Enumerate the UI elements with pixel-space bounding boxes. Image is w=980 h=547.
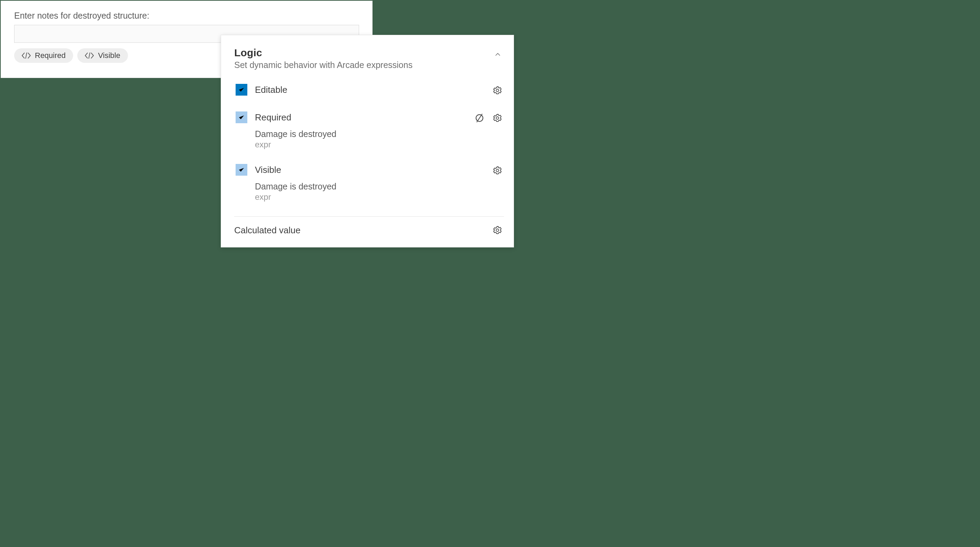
check-icon: [238, 86, 245, 94]
checkbox-required[interactable]: [235, 112, 247, 123]
code-icon: [85, 52, 94, 59]
chip-required[interactable]: Required: [14, 48, 73, 63]
check-icon: [238, 166, 245, 174]
logic-subtitle: Set dynamic behavior with Arcade express…: [234, 60, 492, 70]
divider: [234, 216, 504, 217]
logic-panel: Logic Set dynamic behavior with Arcade e…: [221, 35, 514, 247]
settings-button-required[interactable]: [491, 112, 504, 124]
chevron-up-icon: [494, 51, 501, 59]
gear-icon: [492, 165, 503, 175]
row-label: Editable: [255, 85, 491, 95]
null-icon: [474, 113, 485, 123]
gear-icon: [492, 113, 503, 123]
logic-title: Logic: [234, 47, 492, 59]
chip-label: Required: [35, 51, 65, 60]
gear-icon: [492, 225, 503, 235]
settings-button-visible[interactable]: [491, 164, 504, 177]
logic-row-required: Required Damage is destroyed expr: [234, 107, 504, 153]
chip-visible[interactable]: Visible: [77, 48, 127, 63]
code-icon: [22, 52, 31, 59]
row-label: Required: [255, 112, 473, 123]
logic-row-editable: Editable: [234, 80, 504, 101]
logic-row-visible: Visible Damage is destroyed expr: [234, 160, 504, 206]
expression-sub: expr: [255, 140, 473, 150]
expression-sub: expr: [255, 192, 491, 202]
collapse-button[interactable]: [492, 49, 504, 61]
check-icon: [238, 113, 245, 121]
settings-button-editable[interactable]: [491, 84, 504, 97]
chip-label: Visible: [98, 51, 120, 60]
settings-button-calculated[interactable]: [491, 223, 504, 237]
expression-name: Damage is destroyed: [255, 182, 491, 191]
calculated-value-label: Calculated value: [234, 225, 491, 236]
calculated-value-row: Calculated value: [234, 223, 504, 237]
expression-name: Damage is destroyed: [255, 129, 473, 139]
clear-expression-button[interactable]: [473, 112, 486, 124]
checkbox-visible[interactable]: [235, 164, 247, 175]
field-label: Enter notes for destroyed structure:: [14, 11, 359, 21]
checkbox-editable[interactable]: [235, 84, 247, 96]
row-label: Visible: [255, 164, 491, 175]
gear-icon: [492, 85, 503, 96]
